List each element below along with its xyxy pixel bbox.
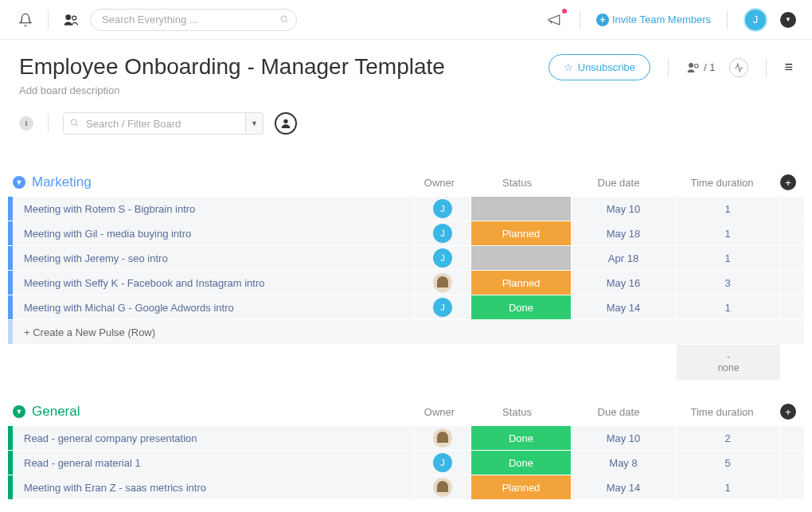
add-column-button[interactable]: + (780, 404, 796, 420)
cell-status[interactable]: Done (471, 295, 571, 319)
cell-status[interactable]: Done (471, 451, 571, 475)
cell-duration[interactable]: 1 (676, 295, 779, 319)
bell-icon[interactable] (16, 10, 35, 29)
cell-owner[interactable]: J (415, 295, 470, 319)
group-title[interactable]: Marketing (32, 174, 92, 190)
svg-point-5 (695, 64, 699, 68)
cell-extra (780, 246, 804, 270)
table-row: Read - general company presentation Done… (8, 426, 804, 450)
board-description[interactable]: Add board description (19, 84, 445, 96)
group-header: ▼ Marketing Owner Status Due date Time d… (8, 174, 804, 197)
filter-dropdown[interactable]: ▼ (246, 112, 264, 135)
cell-due-date[interactable]: Apr 18 (572, 246, 675, 270)
user-avatar[interactable]: J (744, 8, 767, 32)
row-name[interactable]: Meeting with Gil - media buying intro (13, 221, 414, 245)
column-status[interactable]: Status (467, 406, 567, 418)
cell-extra (780, 475, 804, 499)
row-name[interactable]: Meeting with Jeremy - seo intro (13, 246, 414, 270)
header-actions: ☆ Unsubscribe / 1 ≡ (548, 54, 793, 80)
row-name[interactable]: Meeting with Eran Z - saas metrics intro (13, 475, 414, 499)
cell-extra (780, 271, 804, 295)
collapse-arrow-icon[interactable]: ▼ (13, 405, 25, 418)
owner-avatar[interactable]: J (433, 298, 452, 317)
row-accent (8, 320, 13, 344)
cell-status[interactable] (471, 246, 571, 270)
cell-due-date[interactable]: May 18 (572, 221, 675, 245)
column-duration[interactable]: Time duration (670, 406, 774, 418)
cell-duration[interactable]: 1 (676, 475, 779, 499)
cell-status[interactable]: Planned (471, 475, 571, 499)
row-name[interactable]: Meeting with Seffy K - Facebook and Inst… (13, 271, 414, 295)
row-name[interactable]: Read - general company presentation (13, 426, 414, 450)
cell-status[interactable]: Done (471, 426, 571, 450)
cell-duration[interactable]: 5 (676, 451, 779, 475)
unsubscribe-button[interactable]: ☆ Unsubscribe (548, 54, 650, 80)
activity-icon[interactable] (729, 58, 748, 77)
menu-icon[interactable]: ≡ (784, 59, 793, 76)
cell-due-date[interactable]: May 8 (572, 451, 675, 475)
cell-duration[interactable]: 1 (676, 246, 779, 270)
megaphone-icon[interactable] (545, 10, 564, 29)
cell-due-date[interactable]: May 10 (572, 426, 675, 450)
notification-dot (562, 9, 567, 14)
svg-point-0 (65, 14, 71, 20)
row-name[interactable]: Meeting with Rotem S - Bigbrain intro (13, 197, 414, 221)
cell-owner[interactable]: J (415, 221, 470, 245)
group-marketing: ▼ Marketing Owner Status Due date Time d… (8, 174, 804, 380)
cell-status[interactable]: Planned (471, 221, 571, 245)
owner-avatar[interactable]: J (433, 453, 452, 472)
cell-owner[interactable] (415, 426, 470, 450)
cell-owner[interactable]: J (415, 451, 470, 475)
members-indicator[interactable]: / 1 (686, 61, 715, 75)
cell-duration[interactable]: 1 (676, 197, 779, 221)
person-filter-button[interactable] (275, 112, 297, 135)
column-due-date[interactable]: Due date (567, 406, 670, 418)
cell-status[interactable]: Planned (471, 271, 571, 295)
invite-team-button[interactable]: + Invite Team Members (596, 14, 711, 26)
people-icon[interactable] (61, 10, 80, 29)
row-name[interactable]: Meeting with Michal G - Google Adwords i… (13, 295, 414, 319)
column-duration[interactable]: Time duration (670, 177, 774, 189)
owner-avatar[interactable] (433, 428, 452, 448)
owner-avatar[interactable]: J (433, 199, 452, 218)
cell-duration[interactable]: 3 (676, 271, 779, 295)
cell-duration[interactable]: 1 (676, 221, 779, 245)
collapse-arrow-icon[interactable]: ▼ (13, 176, 25, 189)
cell-owner[interactable] (415, 271, 470, 295)
summary-spacer (8, 345, 416, 380)
summary-duration: -none (677, 345, 780, 380)
cell-status[interactable] (471, 197, 571, 221)
board-search: ▼ (63, 112, 264, 135)
cell-owner[interactable]: J (415, 197, 470, 221)
svg-point-6 (71, 119, 76, 125)
column-owner[interactable]: Owner (412, 406, 467, 418)
column-status[interactable]: Status (467, 177, 567, 189)
cell-duration[interactable]: 2 (676, 426, 779, 450)
search-icon (279, 14, 289, 26)
info-toggle-icon[interactable]: I (19, 116, 33, 131)
global-search-input[interactable] (90, 9, 297, 31)
group-title[interactable]: General (32, 404, 80, 420)
divider (48, 114, 49, 133)
avatar-dropdown[interactable]: ▼ (780, 12, 796, 28)
cell-extra (780, 221, 804, 245)
cell-due-date[interactable]: May 16 (572, 271, 675, 295)
cell-owner[interactable]: J (415, 246, 470, 270)
summary-row: -none (8, 345, 804, 380)
cell-due-date[interactable]: May 10 (572, 197, 675, 221)
board-title[interactable]: Employee Onboarding - Manager Template (19, 54, 445, 80)
add-column-button[interactable]: + (780, 174, 796, 190)
owner-avatar[interactable] (433, 273, 452, 292)
create-row-button[interactable]: + Create a New Pulse (Row) (13, 320, 804, 344)
column-due-date[interactable]: Due date (567, 177, 670, 189)
owner-avatar[interactable]: J (433, 224, 452, 243)
cell-owner[interactable] (415, 475, 470, 499)
cell-due-date[interactable]: May 14 (572, 295, 675, 319)
board-search-input[interactable] (63, 112, 246, 135)
table-row: Meeting with Michal G - Google Adwords i… (8, 295, 804, 319)
cell-due-date[interactable]: May 14 (572, 475, 675, 499)
owner-avatar[interactable] (433, 478, 452, 497)
row-name[interactable]: Read - general material 1 (13, 451, 414, 475)
owner-avatar[interactable]: J (433, 248, 452, 268)
column-owner[interactable]: Owner (412, 177, 467, 189)
